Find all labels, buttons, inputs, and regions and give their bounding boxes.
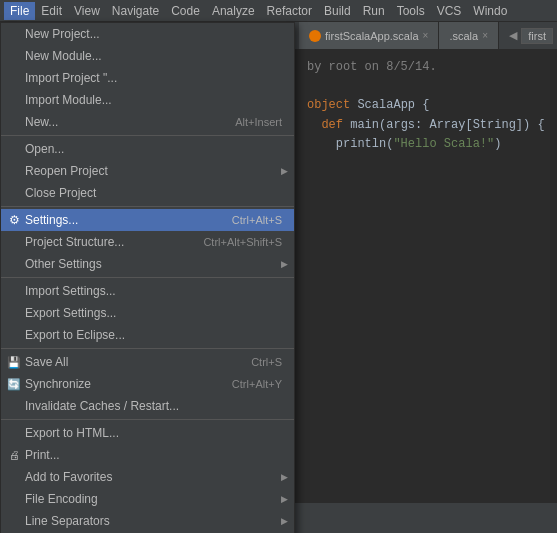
menu-item-import-settings[interactable]: Import Settings... bbox=[1, 280, 294, 302]
synchronize-shortcut: Ctrl+Alt+Y bbox=[232, 378, 282, 390]
print-label: Print... bbox=[25, 448, 282, 462]
menubar-edit[interactable]: Edit bbox=[35, 2, 68, 20]
editor-line-5: println("Hello Scala!") bbox=[307, 135, 545, 154]
menu-item-project-structure[interactable]: Project Structure... Ctrl+Alt+Shift+S bbox=[1, 231, 294, 253]
tab-first-scala[interactable]: firstScalaApp.scala × bbox=[299, 22, 439, 49]
first-button[interactable]: first bbox=[521, 28, 553, 44]
scala-file-icon bbox=[309, 30, 321, 42]
separator-1 bbox=[1, 135, 294, 136]
menu-item-open[interactable]: Open... bbox=[1, 138, 294, 160]
menu-item-add-favorites[interactable]: Add to Favorites bbox=[1, 466, 294, 488]
menubar-navigate[interactable]: Navigate bbox=[106, 2, 165, 20]
menubar-analyze[interactable]: Analyze bbox=[206, 2, 261, 20]
add-favorites-label: Add to Favorites bbox=[25, 470, 282, 484]
export-html-label: Export to HTML... bbox=[25, 426, 282, 440]
tab-scala[interactable]: .scala × bbox=[439, 22, 499, 49]
export-settings-label: Export Settings... bbox=[25, 306, 282, 320]
tab-close-icon-2[interactable]: × bbox=[482, 30, 488, 41]
project-structure-label: Project Structure... bbox=[25, 235, 203, 249]
new-module-label: New Module... bbox=[25, 49, 282, 63]
project-structure-shortcut: Ctrl+Alt+Shift+S bbox=[203, 236, 282, 248]
new-label: New... bbox=[25, 115, 235, 129]
menu-item-invalidate-caches[interactable]: Invalidate Caches / Restart... bbox=[1, 395, 294, 417]
line-separators-label: Line Separators bbox=[25, 514, 282, 528]
settings-icon: ⚙ bbox=[7, 213, 21, 227]
menubar: File Edit View Navigate Code Analyze Ref… bbox=[0, 0, 557, 22]
print-icon: 🖨 bbox=[7, 448, 21, 462]
new-shortcut: Alt+Insert bbox=[235, 116, 282, 128]
menu-item-other-settings[interactable]: Other Settings bbox=[1, 253, 294, 275]
menu-item-new-project[interactable]: New Project... bbox=[1, 23, 294, 45]
editor-area: by root on 8/5/14. object ScalaApp { def… bbox=[295, 50, 557, 503]
save-icon: 💾 bbox=[7, 355, 21, 369]
export-eclipse-label: Export to Eclipse... bbox=[25, 328, 282, 342]
menubar-file[interactable]: File bbox=[4, 2, 35, 20]
save-all-shortcut: Ctrl+S bbox=[251, 356, 282, 368]
menubar-run[interactable]: Run bbox=[357, 2, 391, 20]
editor-line-4: def main(args: Array[String]) { bbox=[307, 116, 545, 135]
sync-icon: 🔄 bbox=[7, 377, 21, 391]
invalidate-caches-label: Invalidate Caches / Restart... bbox=[25, 399, 282, 413]
menubar-window[interactable]: Windo bbox=[467, 2, 513, 20]
menu-item-file-encoding[interactable]: File Encoding bbox=[1, 488, 294, 510]
other-settings-label: Other Settings bbox=[25, 257, 282, 271]
menu-item-synchronize[interactable]: 🔄 Synchronize Ctrl+Alt+Y bbox=[1, 373, 294, 395]
tab-close-icon[interactable]: × bbox=[423, 30, 429, 41]
menu-item-new[interactable]: New... Alt+Insert bbox=[1, 111, 294, 133]
menubar-tools[interactable]: Tools bbox=[391, 2, 431, 20]
separator-2 bbox=[1, 206, 294, 207]
file-encoding-label: File Encoding bbox=[25, 492, 282, 506]
menubar-code[interactable]: Code bbox=[165, 2, 206, 20]
synchronize-label: Synchronize bbox=[25, 377, 232, 391]
import-settings-label: Import Settings... bbox=[25, 284, 282, 298]
import-module-label: Import Module... bbox=[25, 93, 282, 107]
open-label: Open... bbox=[25, 142, 282, 156]
menubar-build[interactable]: Build bbox=[318, 2, 357, 20]
editor-line-3: object ScalaApp { bbox=[307, 96, 545, 115]
import-project-label: Import Project "... bbox=[25, 71, 282, 85]
settings-shortcut: Ctrl+Alt+S bbox=[232, 214, 282, 226]
separator-4 bbox=[1, 348, 294, 349]
menu-item-import-project[interactable]: Import Project "... bbox=[1, 67, 294, 89]
tab-label: firstScalaApp.scala bbox=[325, 30, 419, 42]
settings-label: Settings... bbox=[25, 213, 232, 227]
close-project-label: Close Project bbox=[25, 186, 282, 200]
tab-scroll-left-icon[interactable]: ◀ bbox=[509, 29, 517, 42]
new-project-label: New Project... bbox=[25, 27, 282, 41]
menu-item-export-html[interactable]: Export to HTML... bbox=[1, 422, 294, 444]
menubar-vcs[interactable]: VCS bbox=[431, 2, 468, 20]
file-dropdown-menu: New Project... New Module... Import Proj… bbox=[0, 22, 295, 533]
tab-label-2: .scala bbox=[449, 30, 478, 42]
menu-item-new-module[interactable]: New Module... bbox=[1, 45, 294, 67]
menubar-view[interactable]: View bbox=[68, 2, 106, 20]
menu-item-line-separators[interactable]: Line Separators bbox=[1, 510, 294, 532]
menu-item-print[interactable]: 🖨 Print... bbox=[1, 444, 294, 466]
menu-item-import-module[interactable]: Import Module... bbox=[1, 89, 294, 111]
menu-item-save-all[interactable]: 💾 Save All Ctrl+S bbox=[1, 351, 294, 373]
editor-line-2 bbox=[307, 77, 545, 96]
save-all-label: Save All bbox=[25, 355, 251, 369]
separator-3 bbox=[1, 277, 294, 278]
menu-item-close-project[interactable]: Close Project bbox=[1, 182, 294, 204]
menu-item-export-settings[interactable]: Export Settings... bbox=[1, 302, 294, 324]
editor-line-1: by root on 8/5/14. bbox=[307, 58, 545, 77]
menu-item-settings[interactable]: ⚙ Settings... Ctrl+Alt+S bbox=[1, 209, 294, 231]
menu-item-export-eclipse[interactable]: Export to Eclipse... bbox=[1, 324, 294, 346]
menu-item-reopen-project[interactable]: Reopen Project bbox=[1, 160, 294, 182]
menubar-refactor[interactable]: Refactor bbox=[261, 2, 318, 20]
reopen-project-label: Reopen Project bbox=[25, 164, 282, 178]
separator-5 bbox=[1, 419, 294, 420]
